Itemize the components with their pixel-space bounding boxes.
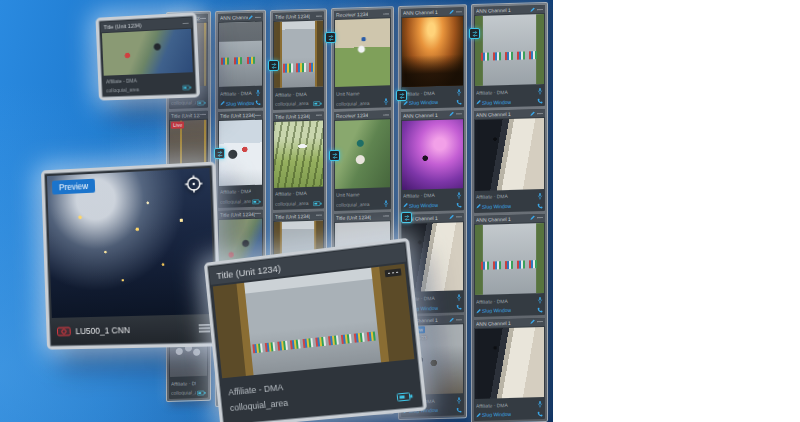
slug-window-link[interactable]: Slug Window xyxy=(476,98,511,105)
video-thumbnail[interactable] xyxy=(335,18,390,87)
crosshair-icon[interactable] xyxy=(184,174,203,193)
video-card[interactable]: Title (Unit 1234) Affiliate - DMA colloq… xyxy=(273,111,324,209)
phone-icon[interactable] xyxy=(456,202,462,208)
more-icon[interactable] xyxy=(456,318,462,321)
video-thumbnail[interactable] xyxy=(475,118,544,190)
edit-icon[interactable] xyxy=(449,9,454,14)
link-connector-icon[interactable] xyxy=(325,32,336,43)
phone-icon[interactable] xyxy=(456,407,462,413)
slug-window-link[interactable]: Slug Window xyxy=(403,202,438,209)
mic-icon[interactable] xyxy=(456,396,462,404)
slug-window-link[interactable]: Slug Window xyxy=(403,99,438,106)
video-thumbnail[interactable]: Preview xyxy=(47,168,215,318)
hamburger-menu-icon[interactable] xyxy=(199,324,210,332)
slug-window-link[interactable]: Slug Window xyxy=(476,307,511,314)
mic-icon[interactable] xyxy=(537,191,543,199)
video-card[interactable]: ANN Channel 1 Affiliate - DMA Slug Windo… xyxy=(474,213,545,316)
card-header: Title (Unit 1234) xyxy=(273,11,324,20)
link-connector-icon[interactable] xyxy=(401,212,412,223)
more-icon[interactable] xyxy=(255,212,261,215)
more-icon[interactable] xyxy=(316,114,322,117)
link-connector-icon[interactable] xyxy=(214,148,225,159)
mic-icon[interactable] xyxy=(537,400,543,408)
video-card[interactable]: Title (Unit 1234) Affiliate - DMA colloq… xyxy=(273,11,324,109)
mic-icon[interactable] xyxy=(537,87,543,95)
more-icon[interactable] xyxy=(200,16,206,19)
popped-card-small[interactable]: Title (Unit 1234) Affiliate - DMA colloq… xyxy=(95,12,200,100)
phone-icon[interactable] xyxy=(456,99,462,105)
more-icon[interactable] xyxy=(385,268,402,277)
slug-window-link[interactable]: Slug Window xyxy=(476,411,511,418)
phone-icon[interactable] xyxy=(255,100,261,106)
video-thumbnail[interactable] xyxy=(219,120,262,185)
more-icon[interactable] xyxy=(537,320,543,323)
video-thumbnail[interactable] xyxy=(475,327,544,399)
mic-icon[interactable] xyxy=(383,199,389,207)
edit-icon[interactable] xyxy=(449,317,454,322)
popped-card-preview[interactable]: Preview LU500_1 CNN xyxy=(41,162,222,350)
more-icon[interactable] xyxy=(200,113,206,116)
phone-icon[interactable] xyxy=(537,307,543,313)
phone-icon[interactable] xyxy=(537,411,543,417)
more-icon[interactable] xyxy=(255,15,261,18)
card-footer: Affiliate - DMA Slug Window xyxy=(474,85,545,108)
link-connector-icon[interactable] xyxy=(396,90,407,101)
more-icon[interactable] xyxy=(316,214,322,217)
video-card[interactable]: ANN Channel 1 Affiliate - DMA Slug Windo… xyxy=(218,13,263,110)
slug-window-link[interactable]: Slug Window xyxy=(220,99,254,106)
more-icon[interactable] xyxy=(255,113,261,116)
more-icon[interactable] xyxy=(456,215,462,218)
edit-icon[interactable] xyxy=(530,111,535,116)
video-card[interactable]: ANN Channel 1 Affiliate - DMA Slug Windo… xyxy=(474,5,545,108)
video-card[interactable]: Receiver 1234 Unit Name colloquial_area xyxy=(334,111,391,211)
link-connector-icon[interactable] xyxy=(268,60,279,71)
edit-icon[interactable] xyxy=(449,112,454,117)
more-icon[interactable] xyxy=(456,112,462,115)
link-connector-icon[interactable] xyxy=(469,28,480,39)
mic-icon[interactable] xyxy=(537,296,543,304)
video-thumbnail[interactable] xyxy=(402,16,463,86)
mic-icon[interactable] xyxy=(456,293,462,301)
slug-window-link[interactable]: Slug Window xyxy=(476,203,511,210)
video-card[interactable]: Receiver 1234 Unit Name colloquial_area xyxy=(334,9,391,109)
video-thumbnail[interactable] xyxy=(219,22,262,87)
edit-icon[interactable] xyxy=(248,14,253,19)
more-icon[interactable] xyxy=(183,21,189,24)
video-thumbnail[interactable] xyxy=(335,120,390,189)
more-icon[interactable] xyxy=(316,14,322,17)
video-card[interactable]: ANN Channel 1 Affiliate - DMA Slug Windo… xyxy=(401,110,464,212)
edit-icon[interactable] xyxy=(530,319,535,324)
video-thumbnail[interactable] xyxy=(475,222,544,294)
video-card[interactable]: Title (Unit 1234) Affiliate - DMA colloq… xyxy=(218,111,263,208)
mic-icon[interactable] xyxy=(456,191,462,199)
more-icon[interactable] xyxy=(456,10,462,13)
edit-icon[interactable] xyxy=(530,215,535,220)
video-thumbnail[interactable] xyxy=(402,119,463,189)
video-card[interactable]: ANN Channel 1 Affiliate - DMA Slug Windo… xyxy=(474,318,545,421)
phone-icon[interactable] xyxy=(456,304,462,310)
phone-icon[interactable] xyxy=(537,98,543,104)
card-title: Receiver 1234 xyxy=(336,112,368,119)
popped-card-large[interactable]: Title (Unit 1234) Affiliate - DMA colloq… xyxy=(204,238,427,422)
link-connector-icon[interactable] xyxy=(329,150,340,161)
more-icon[interactable] xyxy=(537,112,543,115)
edit-icon[interactable] xyxy=(530,7,535,12)
video-thumbnail[interactable] xyxy=(274,21,323,88)
more-icon[interactable] xyxy=(537,216,543,219)
mic-icon[interactable] xyxy=(255,89,261,97)
video-thumbnail[interactable] xyxy=(274,120,323,187)
battery-icon xyxy=(313,200,322,206)
mic-icon[interactable] xyxy=(383,98,389,106)
more-icon[interactable] xyxy=(383,113,389,116)
more-icon[interactable] xyxy=(383,214,389,217)
video-thumbnail[interactable] xyxy=(102,29,193,76)
video-card[interactable]: ANN Channel 1 Affiliate - DMA Slug Windo… xyxy=(401,7,464,109)
video-thumbnail[interactable] xyxy=(475,14,544,86)
phone-icon[interactable] xyxy=(537,202,543,208)
mic-icon[interactable] xyxy=(456,88,462,96)
edit-icon[interactable] xyxy=(449,214,454,219)
more-icon[interactable] xyxy=(537,7,543,10)
more-icon[interactable] xyxy=(383,12,389,15)
video-thumbnail[interactable] xyxy=(213,264,415,378)
video-card[interactable]: ANN Channel 1 Affiliate - DMA Slug Windo… xyxy=(474,109,545,212)
